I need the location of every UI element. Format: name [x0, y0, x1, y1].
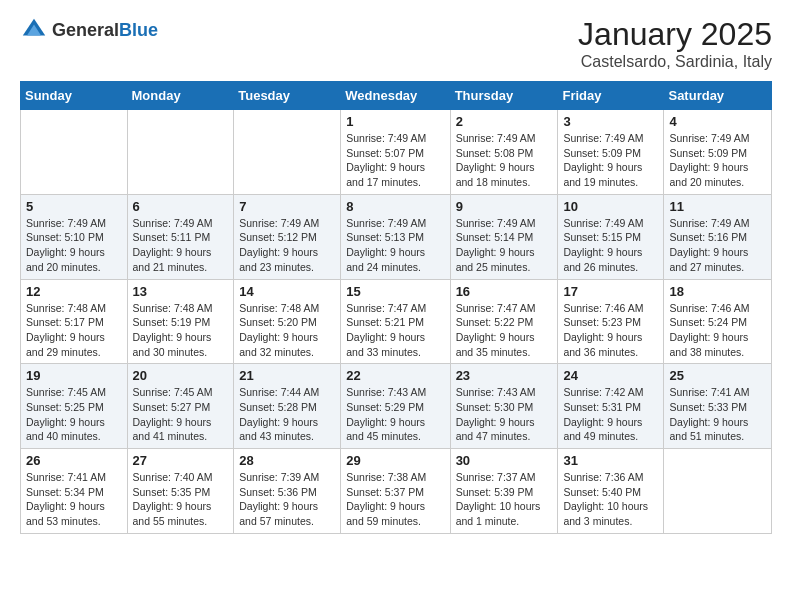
calendar-cell — [664, 449, 772, 534]
day-info: Sunrise: 7:49 AM Sunset: 5:09 PM Dayligh… — [669, 131, 766, 190]
day-info: Sunrise: 7:47 AM Sunset: 5:21 PM Dayligh… — [346, 301, 444, 360]
day-info: Sunrise: 7:45 AM Sunset: 5:27 PM Dayligh… — [133, 385, 229, 444]
day-number: 20 — [133, 368, 229, 383]
calendar-week-3: 12Sunrise: 7:48 AM Sunset: 5:17 PM Dayli… — [21, 279, 772, 364]
col-sunday: Sunday — [21, 82, 128, 110]
calendar-cell: 15Sunrise: 7:47 AM Sunset: 5:21 PM Dayli… — [341, 279, 450, 364]
day-number: 9 — [456, 199, 553, 214]
day-info: Sunrise: 7:49 AM Sunset: 5:10 PM Dayligh… — [26, 216, 122, 275]
day-info: Sunrise: 7:49 AM Sunset: 5:11 PM Dayligh… — [133, 216, 229, 275]
calendar-cell: 6Sunrise: 7:49 AM Sunset: 5:11 PM Daylig… — [127, 194, 234, 279]
day-info: Sunrise: 7:49 AM Sunset: 5:15 PM Dayligh… — [563, 216, 658, 275]
calendar-cell: 26Sunrise: 7:41 AM Sunset: 5:34 PM Dayli… — [21, 449, 128, 534]
day-number: 15 — [346, 284, 444, 299]
day-number: 22 — [346, 368, 444, 383]
day-number: 30 — [456, 453, 553, 468]
day-number: 5 — [26, 199, 122, 214]
location-subtitle: Castelsardo, Sardinia, Italy — [578, 53, 772, 71]
calendar-header-row: Sunday Monday Tuesday Wednesday Thursday… — [21, 82, 772, 110]
col-friday: Friday — [558, 82, 664, 110]
day-info: Sunrise: 7:49 AM Sunset: 5:08 PM Dayligh… — [456, 131, 553, 190]
calendar-cell: 18Sunrise: 7:46 AM Sunset: 5:24 PM Dayli… — [664, 279, 772, 364]
col-thursday: Thursday — [450, 82, 558, 110]
logo-blue: Blue — [119, 20, 158, 40]
calendar-cell — [234, 110, 341, 195]
calendar-cell: 3Sunrise: 7:49 AM Sunset: 5:09 PM Daylig… — [558, 110, 664, 195]
day-number: 4 — [669, 114, 766, 129]
logo-icon — [20, 16, 48, 44]
day-info: Sunrise: 7:43 AM Sunset: 5:30 PM Dayligh… — [456, 385, 553, 444]
calendar-cell: 31Sunrise: 7:36 AM Sunset: 5:40 PM Dayli… — [558, 449, 664, 534]
calendar-week-5: 26Sunrise: 7:41 AM Sunset: 5:34 PM Dayli… — [21, 449, 772, 534]
calendar-cell: 9Sunrise: 7:49 AM Sunset: 5:14 PM Daylig… — [450, 194, 558, 279]
day-number: 2 — [456, 114, 553, 129]
calendar-cell: 16Sunrise: 7:47 AM Sunset: 5:22 PM Dayli… — [450, 279, 558, 364]
title-area: January 2025 Castelsardo, Sardinia, Ital… — [578, 16, 772, 71]
day-info: Sunrise: 7:38 AM Sunset: 5:37 PM Dayligh… — [346, 470, 444, 529]
day-info: Sunrise: 7:49 AM Sunset: 5:07 PM Dayligh… — [346, 131, 444, 190]
day-info: Sunrise: 7:48 AM Sunset: 5:17 PM Dayligh… — [26, 301, 122, 360]
day-number: 28 — [239, 453, 335, 468]
calendar-week-4: 19Sunrise: 7:45 AM Sunset: 5:25 PM Dayli… — [21, 364, 772, 449]
calendar-cell: 30Sunrise: 7:37 AM Sunset: 5:39 PM Dayli… — [450, 449, 558, 534]
day-number: 11 — [669, 199, 766, 214]
calendar-cell: 22Sunrise: 7:43 AM Sunset: 5:29 PM Dayli… — [341, 364, 450, 449]
day-number: 31 — [563, 453, 658, 468]
calendar-cell: 5Sunrise: 7:49 AM Sunset: 5:10 PM Daylig… — [21, 194, 128, 279]
day-info: Sunrise: 7:37 AM Sunset: 5:39 PM Dayligh… — [456, 470, 553, 529]
day-number: 14 — [239, 284, 335, 299]
day-number: 10 — [563, 199, 658, 214]
day-info: Sunrise: 7:49 AM Sunset: 5:12 PM Dayligh… — [239, 216, 335, 275]
calendar-cell: 12Sunrise: 7:48 AM Sunset: 5:17 PM Dayli… — [21, 279, 128, 364]
calendar-cell: 13Sunrise: 7:48 AM Sunset: 5:19 PM Dayli… — [127, 279, 234, 364]
logo-general: General — [52, 20, 119, 40]
calendar-cell: 24Sunrise: 7:42 AM Sunset: 5:31 PM Dayli… — [558, 364, 664, 449]
col-wednesday: Wednesday — [341, 82, 450, 110]
day-number: 1 — [346, 114, 444, 129]
day-number: 26 — [26, 453, 122, 468]
calendar-cell: 19Sunrise: 7:45 AM Sunset: 5:25 PM Dayli… — [21, 364, 128, 449]
day-number: 16 — [456, 284, 553, 299]
logo: GeneralBlue — [20, 16, 158, 44]
col-saturday: Saturday — [664, 82, 772, 110]
calendar-cell — [127, 110, 234, 195]
page: GeneralBlue January 2025 Castelsardo, Sa… — [0, 0, 792, 550]
calendar-cell: 8Sunrise: 7:49 AM Sunset: 5:13 PM Daylig… — [341, 194, 450, 279]
day-number: 27 — [133, 453, 229, 468]
col-monday: Monday — [127, 82, 234, 110]
day-number: 12 — [26, 284, 122, 299]
calendar-cell: 29Sunrise: 7:38 AM Sunset: 5:37 PM Dayli… — [341, 449, 450, 534]
calendar-cell: 10Sunrise: 7:49 AM Sunset: 5:15 PM Dayli… — [558, 194, 664, 279]
day-info: Sunrise: 7:49 AM Sunset: 5:09 PM Dayligh… — [563, 131, 658, 190]
day-number: 23 — [456, 368, 553, 383]
day-info: Sunrise: 7:46 AM Sunset: 5:24 PM Dayligh… — [669, 301, 766, 360]
day-info: Sunrise: 7:45 AM Sunset: 5:25 PM Dayligh… — [26, 385, 122, 444]
day-number: 6 — [133, 199, 229, 214]
day-info: Sunrise: 7:43 AM Sunset: 5:29 PM Dayligh… — [346, 385, 444, 444]
header: GeneralBlue January 2025 Castelsardo, Sa… — [20, 16, 772, 71]
day-number: 8 — [346, 199, 444, 214]
calendar-week-1: 1Sunrise: 7:49 AM Sunset: 5:07 PM Daylig… — [21, 110, 772, 195]
day-info: Sunrise: 7:48 AM Sunset: 5:20 PM Dayligh… — [239, 301, 335, 360]
day-number: 3 — [563, 114, 658, 129]
day-info: Sunrise: 7:42 AM Sunset: 5:31 PM Dayligh… — [563, 385, 658, 444]
calendar-cell — [21, 110, 128, 195]
calendar-cell: 4Sunrise: 7:49 AM Sunset: 5:09 PM Daylig… — [664, 110, 772, 195]
calendar-week-2: 5Sunrise: 7:49 AM Sunset: 5:10 PM Daylig… — [21, 194, 772, 279]
day-info: Sunrise: 7:41 AM Sunset: 5:34 PM Dayligh… — [26, 470, 122, 529]
calendar-cell: 17Sunrise: 7:46 AM Sunset: 5:23 PM Dayli… — [558, 279, 664, 364]
day-number: 7 — [239, 199, 335, 214]
calendar-cell: 14Sunrise: 7:48 AM Sunset: 5:20 PM Dayli… — [234, 279, 341, 364]
calendar-cell: 11Sunrise: 7:49 AM Sunset: 5:16 PM Dayli… — [664, 194, 772, 279]
calendar-cell: 21Sunrise: 7:44 AM Sunset: 5:28 PM Dayli… — [234, 364, 341, 449]
col-tuesday: Tuesday — [234, 82, 341, 110]
day-number: 13 — [133, 284, 229, 299]
day-info: Sunrise: 7:46 AM Sunset: 5:23 PM Dayligh… — [563, 301, 658, 360]
day-number: 24 — [563, 368, 658, 383]
month-title: January 2025 — [578, 16, 772, 53]
day-info: Sunrise: 7:40 AM Sunset: 5:35 PM Dayligh… — [133, 470, 229, 529]
day-info: Sunrise: 7:49 AM Sunset: 5:14 PM Dayligh… — [456, 216, 553, 275]
calendar-cell: 2Sunrise: 7:49 AM Sunset: 5:08 PM Daylig… — [450, 110, 558, 195]
calendar-cell: 23Sunrise: 7:43 AM Sunset: 5:30 PM Dayli… — [450, 364, 558, 449]
day-info: Sunrise: 7:44 AM Sunset: 5:28 PM Dayligh… — [239, 385, 335, 444]
